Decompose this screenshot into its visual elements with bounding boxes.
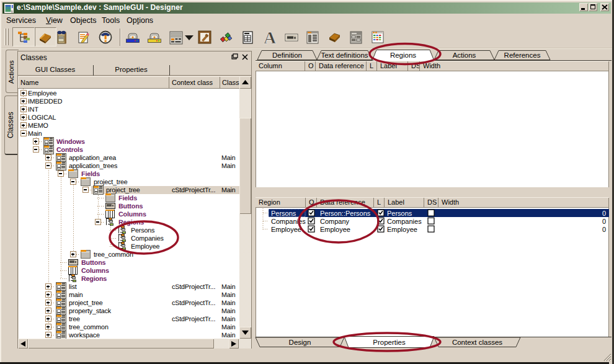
svg-text:Context classes: Context classes (452, 339, 502, 346)
svg-text:Buttons: Buttons (118, 203, 143, 210)
svg-text:Main: Main (221, 162, 236, 170)
svg-text:Regions: Regions (81, 275, 107, 283)
svg-text:application_area: application_area (69, 154, 116, 162)
svg-text:References: References (504, 51, 541, 59)
svg-text:0: 0 (602, 210, 606, 217)
svg-text:Definition: Definition (272, 51, 302, 59)
svg-text:Main: Main (28, 130, 42, 138)
svg-text:Employee: Employee (387, 226, 417, 233)
svg-text:Windows: Windows (56, 138, 85, 146)
svg-text:Fields: Fields (118, 195, 137, 202)
svg-text:Main: Main (221, 324, 236, 331)
svg-text:Persons: Persons (131, 227, 154, 234)
svg-text:tree_common: tree_common (94, 251, 133, 259)
svg-text:Companies: Companies (131, 235, 164, 242)
svg-text:main: main (69, 291, 83, 299)
svg-text:Employee: Employee (320, 226, 350, 233)
svg-text:Employee: Employee (131, 243, 160, 251)
svg-text:Buttons: Buttons (81, 259, 106, 267)
svg-text:cStdProjectTr...: cStdProjectTr... (172, 187, 215, 194)
svg-text:Fields: Fields (81, 171, 100, 178)
svg-text:Employee: Employee (271, 226, 301, 233)
svg-text:Company: Company (320, 218, 350, 225)
svg-text:cStdProjectTr...: cStdProjectTr... (172, 316, 215, 323)
svg-text:list: list (69, 283, 77, 291)
svg-text:Employee: Employee (28, 90, 57, 97)
svg-text:tree: tree (69, 316, 80, 323)
svg-text:Persons: Persons (271, 210, 296, 217)
svg-text:project_tree: project_tree (69, 300, 103, 307)
svg-text:Properties: Properties (373, 339, 406, 346)
svg-text:Main: Main (221, 332, 236, 339)
svg-text:IMBEDDED: IMBEDDED (28, 98, 63, 105)
svg-text:Controls: Controls (56, 146, 83, 154)
svg-text:0: 0 (602, 218, 606, 225)
svg-text:MEMO: MEMO (28, 122, 48, 130)
svg-text:project_tree: project_tree (106, 187, 140, 194)
svg-text:Companies: Companies (387, 218, 422, 225)
svg-text:application_trees: application_trees (69, 162, 117, 170)
svg-text:Main: Main (221, 316, 236, 323)
svg-text:Columns: Columns (118, 211, 146, 218)
svg-text:Regions: Regions (390, 51, 416, 59)
svg-text:Design: Design (289, 339, 311, 346)
svg-text:LOGICAL: LOGICAL (28, 114, 56, 122)
svg-text:A: A (264, 28, 277, 47)
svg-text:Actions: Actions (453, 51, 476, 59)
svg-text:Main: Main (221, 308, 236, 315)
svg-text:Main: Main (221, 187, 236, 194)
svg-text:cStdProjectTr...: cStdProjectTr... (172, 300, 215, 307)
svg-text:INT: INT (28, 106, 38, 113)
svg-text:Main: Main (221, 300, 236, 307)
svg-text:property_stack: property_stack (69, 308, 112, 315)
svg-text:Persons: Persons (387, 210, 412, 217)
svg-text:Main: Main (221, 291, 236, 299)
svg-text:project_tree: project_tree (94, 179, 128, 186)
svg-text:workspace: workspace (68, 332, 100, 339)
svg-text:Regions: Regions (118, 219, 144, 226)
svg-text:Columns: Columns (81, 267, 109, 275)
svg-text:0: 0 (602, 226, 606, 233)
svg-text:Main: Main (221, 154, 236, 162)
svg-text:Companies: Companies (271, 218, 306, 225)
svg-text:Person::Persons: Person::Persons (320, 210, 371, 217)
svg-text:tree_common: tree_common (69, 324, 109, 331)
svg-text:Main: Main (221, 283, 236, 291)
svg-text:Text definitions: Text definitions (321, 51, 368, 59)
svg-text:cStdProjectTr...: cStdProjectTr... (172, 283, 215, 291)
